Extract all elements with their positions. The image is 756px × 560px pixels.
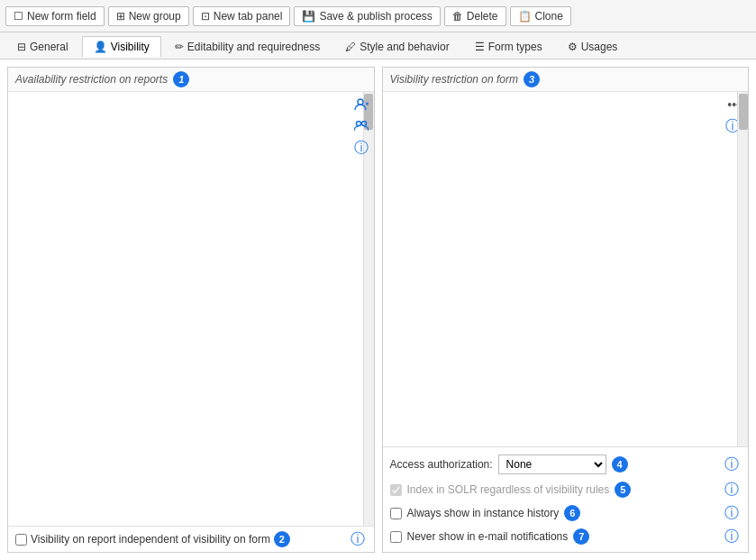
index-solr-row-wrapper: Index in SOLR regardless of visibility r… (390, 480, 742, 500)
svg-point-0 (358, 99, 363, 105)
form-types-tab-icon: ☰ (475, 41, 485, 53)
editability-tab-label: Editability and requiredness (187, 41, 320, 53)
main-content: Availability restriction on reports 1 (0, 60, 756, 560)
new-tab-panel-label: New tab panel (214, 10, 283, 23)
info-icon-left[interactable]: ⓘ (352, 139, 370, 157)
tab-visibility[interactable]: 👤 Visibility (82, 36, 161, 57)
editability-tab-icon: ✏ (175, 41, 184, 53)
visibility-independent-badge: 2 (274, 531, 290, 547)
visibility-tab-icon: 👤 (94, 41, 107, 53)
new-form-field-label: New form field (27, 10, 96, 23)
clone-icon: 📋 (518, 10, 532, 23)
availability-badge: 1 (173, 71, 189, 87)
info-icon-history[interactable]: ⓘ (723, 504, 741, 522)
style-tab-label: Style and behavior (360, 41, 449, 53)
general-tab-label: General (30, 41, 68, 53)
add-user-icon[interactable] (352, 96, 370, 114)
left-panel-body: ⓘ (8, 92, 374, 526)
clone-button[interactable]: 📋 Clone (510, 6, 571, 26)
form-types-tab-label: Form types (488, 41, 542, 53)
left-panel-actions: ⓘ (352, 96, 370, 157)
always-show-row-wrapper: Always show in instance history 6 ⓘ (390, 503, 742, 523)
delete-button[interactable]: 🗑 Delete (444, 6, 506, 26)
visibility-form-badge: 3 (524, 71, 540, 87)
new-group-button[interactable]: ⊞ New group (108, 6, 189, 26)
visibility-independent-checkbox[interactable] (15, 534, 27, 546)
right-scrollbar[interactable] (737, 92, 748, 446)
new-group-icon: ⊞ (116, 10, 125, 23)
access-authorization-select[interactable]: None (498, 454, 606, 474)
new-form-field-button[interactable]: ☐ New form field (5, 6, 105, 26)
never-show-badge: 7 (573, 528, 589, 545)
index-solr-label: Index in SOLR regardless of visibility r… (407, 483, 610, 496)
general-tab-icon: ⊟ (17, 41, 26, 53)
add-group-icon[interactable] (352, 117, 370, 135)
left-panel-header: Availability restriction on reports 1 (8, 68, 374, 92)
availability-header-text: Availability restriction on reports (15, 73, 168, 86)
clone-label: Clone (535, 10, 563, 23)
never-show-row-wrapper: Never show in e-mail notifications 7 ⓘ (390, 527, 742, 546)
never-show-text: Never show in e-mail notifications (407, 530, 569, 543)
tab-bar: ⊟ General 👤 Visibility ✏ Editability and… (0, 32, 756, 60)
save-publish-label: Save & publish process (319, 10, 432, 23)
style-tab-icon: 🖊 (345, 41, 356, 53)
never-show-row: Never show in e-mail notifications 7 (390, 527, 590, 546)
visibility-independent-label: Visibility on report independent of visi… (31, 533, 270, 546)
right-panel-body: ••• ⓘ (383, 92, 749, 446)
access-select-container: None (498, 454, 606, 474)
index-solr-checkbox (390, 484, 402, 496)
visibility-form-header-text: Visibility restriction on form (390, 73, 519, 86)
save-publish-button[interactable]: 💾 Save & publish process (294, 6, 440, 26)
left-panel: Availability restriction on reports 1 (7, 67, 375, 553)
usages-tab-label: Usages (581, 41, 618, 53)
svg-point-3 (356, 122, 360, 126)
info-icon-email[interactable]: ⓘ (723, 528, 741, 546)
info-icon-footer[interactable]: ⓘ (349, 530, 367, 548)
new-tab-panel-button[interactable]: ⊡ New tab panel (193, 6, 291, 26)
tab-usages[interactable]: ⚙ Usages (556, 36, 630, 57)
delete-icon: 🗑 (452, 10, 463, 23)
left-panel-footer: Visibility on report independent of visi… (8, 526, 374, 552)
delete-label: Delete (467, 10, 498, 23)
always-show-row: Always show in instance history 6 (390, 503, 581, 523)
toolbar: ☐ New form field ⊞ New group ⊡ New tab p… (0, 0, 756, 32)
tab-general[interactable]: ⊟ General (5, 36, 80, 57)
always-show-checkbox[interactable] (390, 508, 402, 519)
new-group-label: New group (129, 10, 181, 23)
right-panel: Visibility restriction on form 3 ••• ⓘ A… (382, 67, 750, 553)
access-badge: 4 (612, 456, 628, 473)
tab-form-types[interactable]: ☰ Form types (463, 36, 554, 57)
index-solr-text: Index in SOLR regardless of visibility r… (407, 483, 610, 496)
access-authorization-row: Access authorization: None 4 ⓘ (390, 453, 742, 476)
save-icon: 💾 (302, 10, 315, 23)
always-show-label: Always show in instance history (407, 507, 560, 519)
right-options: Access authorization: None 4 ⓘ Index in … (383, 446, 749, 552)
new-tab-panel-icon: ⊡ (201, 10, 210, 23)
never-show-checkbox[interactable] (390, 531, 402, 543)
visibility-tab-label: Visibility (111, 41, 150, 53)
right-panel-header: Visibility restriction on form 3 (383, 68, 749, 92)
always-show-text: Always show in instance history (407, 507, 560, 519)
info-icon-access[interactable]: ⓘ (723, 455, 741, 473)
visibility-independent-row: Visibility on report independent of visi… (15, 531, 290, 547)
never-show-label: Never show in e-mail notifications (407, 530, 569, 543)
index-solr-row: Index in SOLR regardless of visibility r… (390, 480, 632, 500)
info-icon-solr[interactable]: ⓘ (723, 481, 741, 499)
svg-point-4 (361, 122, 366, 126)
index-solr-badge: 5 (615, 482, 631, 498)
access-authorization-label: Access authorization: (390, 458, 493, 471)
new-form-field-icon: ☐ (14, 10, 23, 23)
tab-editability[interactable]: ✏ Editability and requiredness (163, 36, 332, 57)
always-show-badge: 6 (564, 505, 580, 521)
usages-tab-icon: ⚙ (568, 41, 578, 53)
tab-style[interactable]: 🖊 Style and behavior (333, 36, 460, 57)
